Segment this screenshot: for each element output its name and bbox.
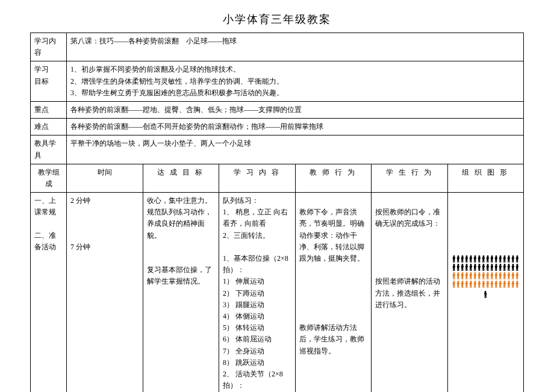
person-icon: [490, 255, 494, 263]
body-goal: 收心，集中注意力。规范队列练习动作，养成良好的精神面貌。 复习基本部位操，了解学…: [143, 193, 219, 392]
person-icon: [481, 272, 485, 280]
formation-leader: [484, 291, 488, 299]
person-icon: [485, 255, 490, 263]
body-composition: 一、上课常规 二、准备活动: [31, 193, 67, 392]
header-keypoint: 各种姿势的前滚翻——蹬地、提臀、含胸、低头；拖球——支撑脚的位置: [67, 101, 524, 118]
person-icon: [485, 281, 490, 288]
person-icon: [511, 281, 515, 288]
person-icon: [460, 255, 464, 263]
header-difficulty: 各种姿势的前滚翻——创造不同开始姿势的前滚翻动作；拖球——用前脚掌拖球: [67, 119, 524, 135]
person-icon: [515, 264, 519, 272]
person-icon: [506, 272, 511, 280]
col-learn: 学 习 内 容: [219, 164, 296, 192]
col-goal: 达 成 目 标: [143, 164, 219, 192]
person-icon: [473, 281, 477, 288]
page-title: 小学体育三年级教案: [30, 12, 524, 26]
person-icon: [490, 264, 494, 272]
body-student: 按照教师的口令，准确无误的完成练习： 按照老师讲解的活动方法，推选组长，并进行练…: [372, 193, 448, 392]
formation-diagram: [452, 255, 520, 299]
person-icon: [515, 281, 519, 288]
person-icon: [481, 255, 485, 263]
person-icon: [456, 264, 460, 272]
person-icon: [468, 264, 473, 272]
person-icon: [468, 281, 473, 288]
col-org: 组 织 图 形: [447, 164, 524, 192]
person-icon: [490, 281, 494, 288]
label-content: 学习内容: [31, 33, 67, 61]
person-icon: [464, 255, 468, 263]
formation-row: [452, 255, 519, 263]
person-icon: [485, 264, 490, 272]
person-icon: [515, 255, 519, 263]
person-icon: [464, 264, 468, 272]
person-icon: [494, 255, 498, 263]
person-icon: [477, 281, 481, 288]
header-objectives: 1、初步掌握不同姿势的前滚翻及小足球的拖球技术。 2、增强学生的身体柔韧性与灵敏…: [67, 61, 524, 102]
person-icon: [506, 264, 511, 272]
person-icon: [452, 281, 456, 288]
person-icon: [502, 281, 506, 288]
label-keypoint: 重点: [31, 101, 67, 118]
person-icon: [452, 264, 456, 272]
label-difficulty: 难点: [31, 119, 67, 135]
person-icon: [498, 281, 502, 288]
person-icon: [473, 255, 477, 263]
person-icon: [498, 272, 502, 280]
person-icon: [484, 291, 488, 299]
person-icon: [468, 255, 473, 263]
person-icon: [460, 272, 464, 280]
person-icon: [460, 281, 464, 288]
person-icon: [498, 255, 502, 263]
person-icon: [456, 255, 460, 263]
person-icon: [456, 272, 460, 280]
person-icon: [502, 255, 506, 263]
person-icon: [498, 264, 502, 272]
label-objective: 学习 目标: [31, 61, 67, 102]
person-icon: [452, 255, 456, 263]
body-learn: 队列练习： 1、 稍息，立正 向右看齐，向前看 2、三面转法。 1、基本部位操（…: [219, 193, 296, 392]
person-icon: [468, 272, 473, 280]
person-icon: [485, 272, 490, 280]
person-icon: [511, 264, 515, 272]
person-icon: [481, 264, 485, 272]
person-icon: [511, 255, 515, 263]
person-icon: [473, 272, 477, 280]
formation-row: [452, 272, 519, 280]
person-icon: [473, 264, 477, 272]
body-org: [447, 193, 524, 392]
formation-row: [452, 281, 519, 288]
person-icon: [456, 281, 460, 288]
col-teacher: 教 师 行 为: [295, 164, 372, 192]
person-icon: [452, 272, 456, 280]
col-composition: 教学组成: [31, 164, 67, 192]
person-icon: [502, 272, 506, 280]
col-time: 时间: [67, 164, 143, 192]
person-icon: [464, 272, 468, 280]
person-icon: [506, 281, 511, 288]
header-content: 第八课：技巧——各种姿势前滚翻 小足球——拖球: [67, 33, 524, 61]
lesson-plan-table: 学习内容 第八课：技巧——各种姿势前滚翻 小足球——拖球 学习 目标 1、初步掌…: [30, 33, 524, 392]
body-time: 2 分钟 7 分钟: [67, 193, 143, 392]
person-icon: [494, 281, 498, 288]
header-materials: 平整干净的场地一块，两人一块小垫子、两人一个小足球: [67, 135, 524, 164]
person-icon: [490, 272, 494, 280]
person-icon: [511, 272, 515, 280]
person-icon: [477, 264, 481, 272]
col-student: 学 生 行 为: [372, 164, 448, 192]
person-icon: [515, 272, 519, 280]
person-icon: [494, 272, 498, 280]
person-icon: [494, 264, 498, 272]
person-icon: [477, 272, 481, 280]
label-materials: 教具学具: [31, 135, 67, 164]
person-icon: [477, 255, 481, 263]
person-icon: [502, 264, 506, 272]
person-icon: [460, 264, 464, 272]
person-icon: [464, 281, 468, 288]
person-icon: [506, 255, 511, 263]
person-icon: [481, 281, 485, 288]
body-teacher: 教师下令，声音洪亮，节奏明显。明确动作要求：动作干净、利落，转法以脚跟为轴，挺胸…: [295, 193, 372, 392]
formation-row: [452, 264, 519, 272]
